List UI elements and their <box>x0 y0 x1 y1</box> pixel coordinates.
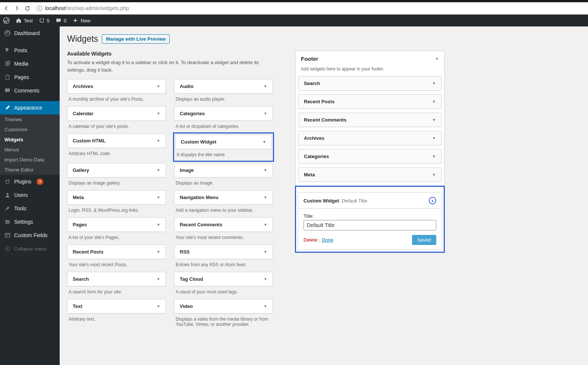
info-icon: i <box>37 6 42 11</box>
widget-name: Recent Posts <box>304 99 334 104</box>
widget-desc: A monthly archive of your site's Posts. <box>67 94 166 104</box>
caret-down-icon: ▼ <box>432 173 436 177</box>
content-area: Widgets Manage with Live Preview Availab… <box>60 26 588 365</box>
caret-up-icon: ▲ <box>429 197 436 204</box>
available-widget[interactable]: Image▼ <box>174 163 273 177</box>
comments-link[interactable]: 0 <box>53 15 69 26</box>
sidebar-item-media[interactable]: Media <box>0 57 60 70</box>
svg-point-6 <box>6 220 7 221</box>
placed-widget[interactable]: Recent Comments▼ <box>299 113 441 127</box>
plugin-icon <box>4 178 11 185</box>
available-widget[interactable]: Custom HTML▼ <box>67 133 166 148</box>
widget-name: Custom HTML <box>73 138 106 144</box>
available-widget[interactable]: Archives▼ <box>67 79 166 94</box>
widget-desc: Entries from any RSS or Atom feed. <box>174 259 273 270</box>
footer-area-header[interactable]: Footer ▼ <box>296 51 444 66</box>
available-widget[interactable]: Audio▼ <box>174 79 273 94</box>
admin-sidebar: Dashboard Posts Media Pages Comments App… <box>0 26 60 365</box>
sidebar-item-users[interactable]: Users <box>0 188 60 202</box>
caret-down-icon: ▼ <box>157 111 160 116</box>
sidebar-item-dashboard[interactable]: Dashboard <box>0 26 60 40</box>
sidebar-item-pages[interactable]: Pages <box>0 70 60 84</box>
available-widget[interactable]: Recent Comments▼ <box>174 217 273 232</box>
widget-desc: Login, RSS, & WordPress.org links. <box>67 205 166 215</box>
placed-widget-header[interactable]: Custom Widget: Default Title ▲ <box>298 193 441 209</box>
widget-name: Recent Comments <box>304 117 346 123</box>
available-widget[interactable]: Video▼ <box>174 299 273 314</box>
caret-down-icon: ▼ <box>264 195 267 199</box>
sidebar-item-tools[interactable]: Tools <box>0 202 60 215</box>
sidebar-item-plugins[interactable]: Plugins3 <box>0 175 60 188</box>
caret-down-icon: ▼ <box>264 277 267 281</box>
sub-menus[interactable]: Menus <box>0 145 60 155</box>
widget-name: Custom Widget <box>304 198 339 204</box>
done-link[interactable]: Done <box>322 237 333 243</box>
caret-down-icon: ▼ <box>264 111 267 116</box>
available-widget[interactable]: Categories▼ <box>174 106 273 121</box>
back-button[interactable] <box>3 5 10 12</box>
widget-name: Tag Cloud <box>180 276 203 282</box>
available-widget[interactable]: Pages▼ <box>67 217 166 232</box>
caret-down-icon: ▼ <box>157 84 160 88</box>
forward-button[interactable] <box>13 5 20 12</box>
widget-subtitle: : Default Title <box>339 198 367 204</box>
available-widget[interactable]: Custom Widget▼ <box>175 135 272 149</box>
widget-desc: A cloud of your most used tags. <box>174 286 273 297</box>
placed-widget[interactable]: Categories▼ <box>299 150 441 163</box>
sub-customize[interactable]: Customize <box>0 125 60 135</box>
comments-icon <box>4 87 11 94</box>
caret-down-icon: ▼ <box>157 277 160 281</box>
placed-widget[interactable]: Search▼ <box>299 76 441 90</box>
media-icon <box>4 60 11 67</box>
sub-themes[interactable]: Themes <box>0 114 60 125</box>
saved-button[interactable]: Saved <box>412 235 436 245</box>
svg-point-2 <box>6 193 8 195</box>
sub-import-demo[interactable]: Import Demo Data <box>0 155 60 165</box>
delete-link[interactable]: Delete <box>304 237 318 243</box>
caret-down-icon: ▼ <box>157 139 160 143</box>
placed-widget[interactable]: Recent Posts▼ <box>299 95 441 108</box>
widget-desc: Arbitrary HTML code. <box>67 148 166 158</box>
placed-widget[interactable]: Archives▼ <box>299 131 441 145</box>
available-widgets-desc: To activate a widget drag it to a sideba… <box>67 59 273 73</box>
available-widget[interactable]: Tag Cloud▼ <box>174 272 273 286</box>
widget-name: Gallery <box>73 167 89 173</box>
available-widget[interactable]: Navigation Menu▼ <box>174 190 273 205</box>
site-link[interactable]: Test <box>13 15 36 26</box>
new-link[interactable]: New <box>69 15 93 26</box>
sidebar-item-settings[interactable]: Settings <box>0 215 60 229</box>
title-label: Title: <box>304 213 436 219</box>
available-widget[interactable]: Text▼ <box>67 299 166 314</box>
title-input[interactable] <box>304 220 436 230</box>
sidebar-item-collapse[interactable]: Collapse menu <box>0 242 60 255</box>
updates-count: 5 <box>47 18 50 23</box>
available-widget[interactable]: Recent Posts▼ <box>67 245 166 259</box>
sub-theme-editor[interactable]: Theme Editor <box>0 165 60 175</box>
pages-icon <box>4 73 11 81</box>
available-widget[interactable]: Gallery▼ <box>67 163 166 177</box>
reload-button[interactable] <box>24 5 31 12</box>
manage-preview-button[interactable]: Manage with Live Preview <box>102 34 170 44</box>
sidebar-item-posts[interactable]: Posts <box>0 44 60 57</box>
sidebar-item-comments[interactable]: Comments <box>0 84 60 97</box>
sidebar-item-custom-fields[interactable]: Custom Fields <box>0 229 60 242</box>
widget-desc: Your site's most recent Posts. <box>67 259 166 270</box>
plugins-badge: 3 <box>37 179 43 185</box>
url-bar[interactable]: i localhost/test/wp-admin/widgets.php <box>34 4 585 13</box>
users-icon <box>4 191 11 199</box>
widget-name: Navigation Menu <box>180 195 218 200</box>
footer-area-title: Footer <box>301 56 318 62</box>
widget-name: Image <box>180 167 194 173</box>
sub-widgets[interactable]: Widgets <box>0 135 60 145</box>
caret-down-icon: ▼ <box>264 250 267 254</box>
available-widget[interactable]: RSS▼ <box>174 245 273 259</box>
widget-name: Categories <box>304 154 329 159</box>
sidebar-item-appearance[interactable]: Appearance <box>0 101 60 114</box>
available-widget[interactable]: Search▼ <box>67 272 166 286</box>
placed-widget[interactable]: Meta▼ <box>299 168 441 182</box>
wp-logo[interactable] <box>0 15 13 26</box>
widget-name: Audio <box>180 84 194 89</box>
available-widget[interactable]: Meta▼ <box>67 190 166 205</box>
available-widget[interactable]: Calendar▼ <box>67 106 166 121</box>
updates-link[interactable]: 5 <box>36 15 53 26</box>
